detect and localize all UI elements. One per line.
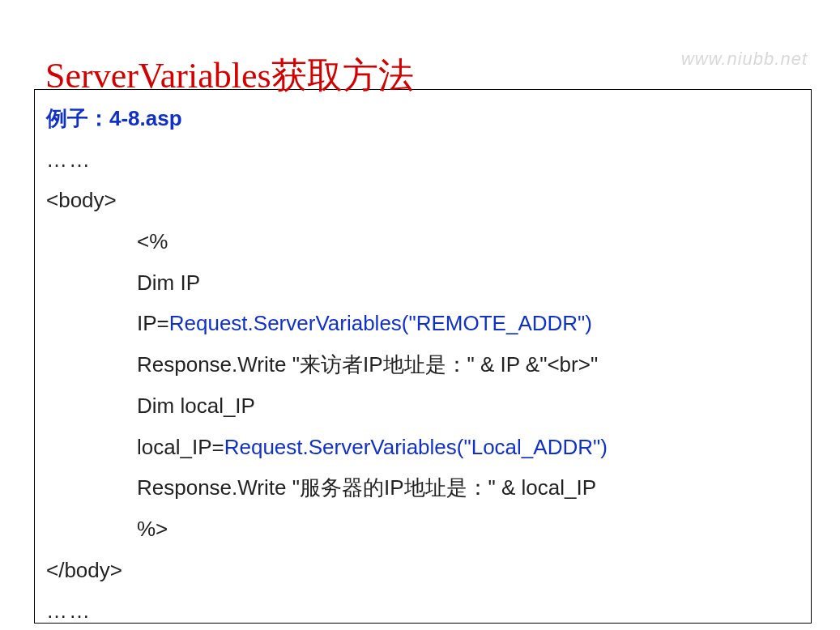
local-assign-rhs: Request.ServerVariables("Local_ADDR") [224,435,608,459]
page-title: ServerVariables获取方法 [45,52,414,100]
ellipsis-top: …… [46,139,799,181]
example-file: 4-8.asp [109,106,182,130]
code-asp-close: %> [46,509,799,550]
code-body-open: <body> [46,180,799,221]
rw1-b: 来访者IP地址是： [300,352,467,377]
asp-open-tag: <% [137,229,168,253]
dim-local-text: Dim local_IP [137,394,255,418]
rw2-a: Response.Write " [137,475,300,500]
ip-assign-rhs: Request.ServerVariables("REMOTE_ADDR") [169,311,592,335]
rw2-b: 服务器的IP地址是： [300,475,488,500]
code-body-close: </body> [46,550,799,591]
watermark: www.niubb.net [681,49,808,70]
code-asp-open: <% [46,221,799,262]
asp-close-tag: %> [137,517,168,541]
example-label: 例子： [46,106,109,130]
code-ip-assign: IP=Request.ServerVariables("REMOTE_ADDR"… [46,303,799,344]
ip-assign-lhs: IP= [137,311,169,335]
ellipsis-bottom: …… [46,590,799,630]
local-assign-lhs: local_IP= [137,435,224,459]
code-local-assign: local_IP=Request.ServerVariables("Local_… [46,427,799,468]
code-dim-ip: Dim IP [46,262,799,304]
dim-ip-text: Dim IP [137,270,200,295]
code-response-write-2: Response.Write "服务器的IP地址是：" & local_IP [46,467,799,509]
rw1-c: " & IP &"<br>" [467,352,599,377]
code-response-write-1: Response.Write "来访者IP地址是：" & IP &"<br>" [46,344,799,385]
example-header: 例子：4-8.asp [46,98,799,139]
rw2-c: " & local_IP [488,475,597,500]
code-sample-box: 例子：4-8.asp …… <body> <% Dim IP IP=Reques… [34,89,812,624]
rw1-a: Response.Write " [137,352,300,377]
code-dim-local: Dim local_IP [46,385,799,427]
